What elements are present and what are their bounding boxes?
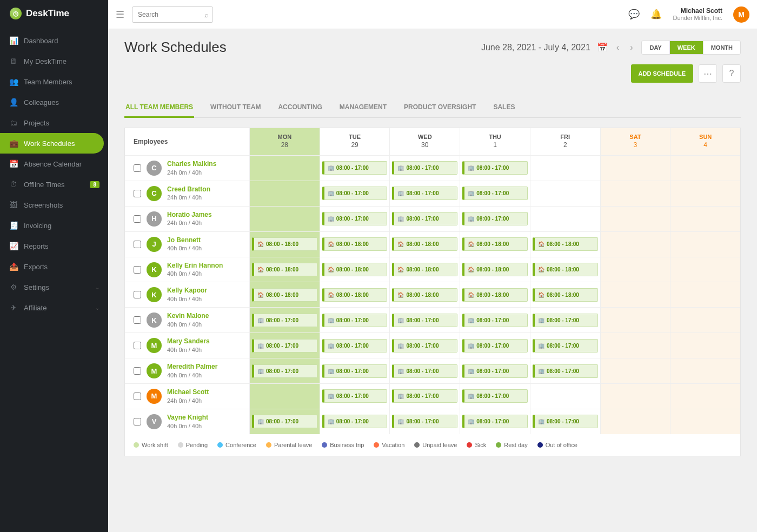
shift-block[interactable]: 🏢08:00 - 17:00 [322,339,388,353]
shift-cell[interactable]: 🏠08:00 - 18:00 [530,232,600,257]
employee-name[interactable]: Kevin Malone [167,312,209,321]
shift-cell-empty[interactable] [670,257,740,282]
sidebar-item-exports[interactable]: 📤 Exports [0,256,108,277]
employee-checkbox[interactable] [134,266,141,274]
shift-cell[interactable]: 🏢08:00 - 17:00 [530,308,600,332]
employee-checkbox[interactable] [134,241,141,248]
shift-block[interactable]: 🏢08:00 - 17:00 [462,212,528,225]
shift-cell-empty[interactable] [249,384,320,409]
shift-cell[interactable]: 🏢08:00 - 17:00 [320,384,390,409]
shift-cell-empty[interactable] [670,282,740,307]
shift-cell-empty[interactable] [530,156,600,181]
employee-checkbox[interactable] [134,291,141,298]
shift-cell[interactable]: 🏠08:00 - 18:00 [249,282,320,307]
sidebar-item-reports[interactable]: 📈 Reports [0,236,108,256]
employee-name[interactable]: Charles Malkins [167,160,216,169]
shift-cell-empty[interactable] [249,156,320,181]
shift-cell[interactable]: 🏢08:00 - 17:00 [320,333,390,358]
chat-icon[interactable]: 💬 [628,9,640,20]
shift-cell[interactable]: 🏠08:00 - 18:00 [460,282,530,307]
shift-block[interactable]: 🏠08:00 - 18:00 [252,263,317,276]
shift-cell-empty[interactable] [600,156,670,181]
shift-cell[interactable]: 🏢08:00 - 17:00 [389,308,460,332]
sidebar-item-invoicing[interactable]: 🧾 Invoicing [0,215,108,236]
shift-cell[interactable]: 🏢08:00 - 17:00 [530,333,600,358]
view-month-button[interactable]: MONTH [703,41,740,54]
sidebar-item-work-schedules[interactable]: 💼 Work Schedules [0,133,104,154]
shift-block[interactable]: 🏢08:00 - 17:00 [533,364,598,378]
shift-cell-empty[interactable] [670,156,740,181]
shift-cell[interactable]: 🏠08:00 - 18:00 [460,257,530,282]
shift-block[interactable]: 🏠08:00 - 18:00 [533,263,598,276]
shift-cell[interactable]: 🏠08:00 - 18:00 [320,232,390,257]
shift-cell-empty[interactable] [600,358,670,383]
more-button[interactable]: ⋯ [699,64,717,83]
search-input[interactable] [132,6,213,23]
shift-cell[interactable]: 🏢08:00 - 17:00 [460,156,530,181]
shift-cell[interactable]: 🏢08:00 - 17:00 [389,207,460,231]
shift-cell-empty[interactable] [600,257,670,282]
shift-block[interactable]: 🏢08:00 - 17:00 [252,339,317,353]
shift-block[interactable]: 🏢08:00 - 17:00 [392,212,457,225]
employee-name[interactable]: Mary Sanders [167,337,210,346]
shift-cell[interactable]: 🏢08:00 - 17:00 [389,409,460,434]
shift-cell[interactable]: 🏢08:00 - 17:00 [389,156,460,181]
employee-name[interactable]: Kelly Kapoor [167,287,207,295]
shift-cell[interactable]: 🏠08:00 - 18:00 [249,232,320,257]
shift-cell[interactable]: 🏠08:00 - 18:00 [320,257,390,282]
sidebar-item-my-desktime[interactable]: 🖥 My DeskTime [0,51,108,71]
shift-cell-empty[interactable] [530,384,600,409]
employee-checkbox[interactable] [134,215,141,223]
view-week-button[interactable]: WEEK [670,41,703,54]
employee-checkbox[interactable] [134,190,141,197]
shift-block[interactable]: 🏢08:00 - 17:00 [462,161,528,175]
sidebar-item-dashboard[interactable]: 📊 Dashboard [0,30,108,51]
employee-checkbox[interactable] [134,342,141,349]
employee-name[interactable]: Horatio James [167,211,212,220]
view-day-button[interactable]: DAY [642,41,669,54]
shift-block[interactable]: 🏠08:00 - 18:00 [462,288,528,302]
shift-block[interactable]: 🏢08:00 - 17:00 [322,187,388,200]
calendar-icon[interactable]: 📅 [597,42,608,52]
shift-block[interactable]: 🏠08:00 - 18:00 [252,237,317,251]
user-block[interactable]: Michael Scott Dunder Mifflin, Inc. [673,7,722,22]
employee-name[interactable]: Creed Bratton [167,185,210,194]
shift-cell[interactable]: 🏢08:00 - 17:00 [460,384,530,409]
tab-without-team[interactable]: WITHOUT TEAM [209,98,262,118]
shift-cell[interactable]: 🏢08:00 - 17:00 [460,308,530,332]
shift-cell-empty[interactable] [670,308,740,332]
shift-cell[interactable]: 🏢08:00 - 17:00 [320,156,390,181]
tab-product-oversight[interactable]: PRODUCT OVERSIGHT [403,98,477,118]
shift-cell-empty[interactable] [670,232,740,257]
shift-cell-empty[interactable] [600,308,670,332]
shift-block[interactable]: 🏠08:00 - 18:00 [392,263,457,276]
shift-cell[interactable]: 🏢08:00 - 17:00 [530,409,600,434]
shift-block[interactable]: 🏢08:00 - 17:00 [462,339,528,353]
employee-name[interactable]: Jo Bennett [167,236,202,245]
tab-management[interactable]: MANAGEMENT [338,98,388,118]
shift-cell[interactable]: 🏢08:00 - 17:00 [249,308,320,332]
shift-block[interactable]: 🏢08:00 - 17:00 [392,314,457,327]
shift-cell-empty[interactable] [600,282,670,307]
employee-checkbox[interactable] [134,418,141,425]
shift-cell[interactable]: 🏢08:00 - 17:00 [249,333,320,358]
next-arrow-icon[interactable]: › [628,41,635,55]
bell-icon[interactable]: 🔔 [650,9,662,20]
shift-cell-empty[interactable] [670,181,740,206]
shift-block[interactable]: 🏢08:00 - 17:00 [533,339,598,353]
shift-cell-empty[interactable] [600,384,670,409]
shift-block[interactable]: 🏠08:00 - 18:00 [322,263,388,276]
shift-cell[interactable]: 🏢08:00 - 17:00 [460,333,530,358]
shift-cell[interactable]: 🏢08:00 - 17:00 [249,358,320,383]
shift-cell-empty[interactable] [600,409,670,434]
employee-checkbox[interactable] [134,316,141,324]
shift-block[interactable]: 🏢08:00 - 17:00 [462,389,528,403]
add-schedule-button[interactable]: ADD SCHEDULE [631,64,693,83]
shift-block[interactable]: 🏠08:00 - 18:00 [533,237,598,251]
shift-block[interactable]: 🏢08:00 - 17:00 [322,364,388,378]
shift-block[interactable]: 🏢08:00 - 17:00 [392,415,457,428]
shift-cell[interactable]: 🏢08:00 - 17:00 [460,181,530,206]
shift-cell-empty[interactable] [600,333,670,358]
tab-all-team-members[interactable]: ALL TEAM MEMBERS [124,98,194,118]
shift-cell[interactable]: 🏠08:00 - 18:00 [389,257,460,282]
